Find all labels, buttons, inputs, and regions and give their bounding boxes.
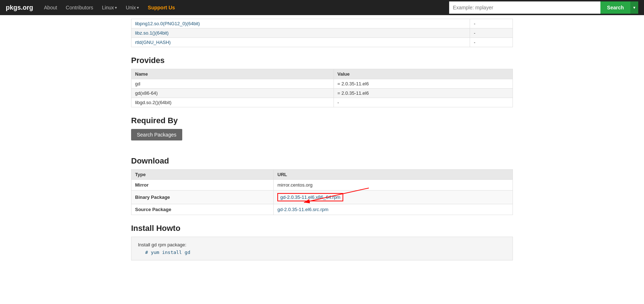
download-row: Mirror mirror.centos.org <box>131 180 513 191</box>
search-button[interactable]: Search <box>600 1 630 14</box>
install-heading: Install Howto <box>131 224 513 233</box>
provides-row: libgd.so.2()(64bit) - <box>131 98 513 107</box>
download-type: Binary Package <box>131 191 274 204</box>
provides-row: gd(x86-64) = 2.0.35-11.el6 <box>131 89 513 98</box>
requires-row: libz.so.1()(64bit) - <box>131 28 513 38</box>
binary-package-link[interactable]: gd-2.0.35-11.el6.x86_64.rpm <box>280 195 340 200</box>
download-url-cell: gd-2.0.35-11.el6.x86_64.rpm <box>274 191 513 204</box>
provides-col-name: Name <box>131 69 334 79</box>
download-col-url: URL <box>274 170 513 180</box>
install-box: Install gd rpm package: # yum install gd <box>131 237 513 260</box>
requires-table: libpng12.so.0(PNG12_0)(64bit) - libz.so.… <box>131 19 513 47</box>
requires-name-link[interactable]: rtld(GNU_HASH) <box>135 40 171 45</box>
download-type: Source Package <box>131 204 274 215</box>
brand[interactable]: pkgs.org <box>6 4 33 12</box>
provides-heading: Provides <box>131 56 513 65</box>
requires-value: - <box>470 38 513 47</box>
provides-value: - <box>334 98 513 107</box>
provides-row: gd = 2.0.35-11.el6 <box>131 79 513 89</box>
nav-unix[interactable]: Unix <box>122 5 143 10</box>
nav-contributors[interactable]: Contributors <box>62 0 97 15</box>
download-row: Source Package gd-2.0.35-11.el6.src.rpm <box>131 204 513 215</box>
provides-name: libgd.so.2()(64bit) <box>131 98 334 107</box>
download-row: Binary Package gd-2.0.35-11.el6.x86_64.r… <box>131 191 513 204</box>
requires-value: - <box>470 19 513 28</box>
download-type: Mirror <box>131 180 274 191</box>
provides-name: gd <box>131 79 334 89</box>
search-packages-button[interactable]: Search Packages <box>131 129 182 140</box>
provides-value: = 2.0.35-11.el6 <box>334 89 513 98</box>
download-col-type: Type <box>131 170 274 180</box>
install-command: # yum install gd <box>138 250 506 255</box>
requires-name-link[interactable]: libz.so.1()(64bit) <box>135 30 169 36</box>
download-heading: Download <box>131 156 513 166</box>
nav-support-us[interactable]: Support Us <box>144 0 178 15</box>
provides-col-value: Value <box>334 69 513 79</box>
requires-name-link[interactable]: libpng12.so.0(PNG12_0)(64bit) <box>135 21 200 26</box>
requires-row: rtld(GNU_HASH) - <box>131 38 513 47</box>
provides-value: = 2.0.35-11.el6 <box>334 79 513 89</box>
main-content: libpng12.so.0(PNG12_0)(64bit) - libz.so.… <box>124 15 520 271</box>
download-url-cell: gd-2.0.35-11.el6.src.rpm <box>274 204 513 215</box>
nav-about[interactable]: About <box>40 0 61 15</box>
search-area: Search ▾ <box>449 1 638 14</box>
install-description: Install gd rpm package: <box>138 242 506 247</box>
navbar: pkgs.org About Contributors Linux Unix S… <box>0 0 644 15</box>
requires-row: libpng12.so.0(PNG12_0)(64bit) - <box>131 19 513 28</box>
nav-linux[interactable]: Linux <box>98 5 121 10</box>
search-input[interactable] <box>449 1 600 14</box>
required-by-heading: Required By <box>131 116 513 125</box>
requires-value: - <box>470 28 513 38</box>
provides-name: gd(x86-64) <box>131 89 334 98</box>
provides-table: Name Value gd = 2.0.35-11.el6 gd(x86-64)… <box>131 69 513 107</box>
download-section: Type URL Mirror mirror.centos.org Binary… <box>131 169 513 215</box>
source-package-link[interactable]: gd-2.0.35-11.el6.src.rpm <box>277 207 328 212</box>
nav-links: About Contributors Linux Unix Support Us <box>40 0 449 15</box>
download-table: Type URL Mirror mirror.centos.org Binary… <box>131 169 513 215</box>
download-url-cell: mirror.centos.org <box>274 180 513 191</box>
search-dropdown-button[interactable]: ▾ <box>630 1 638 14</box>
